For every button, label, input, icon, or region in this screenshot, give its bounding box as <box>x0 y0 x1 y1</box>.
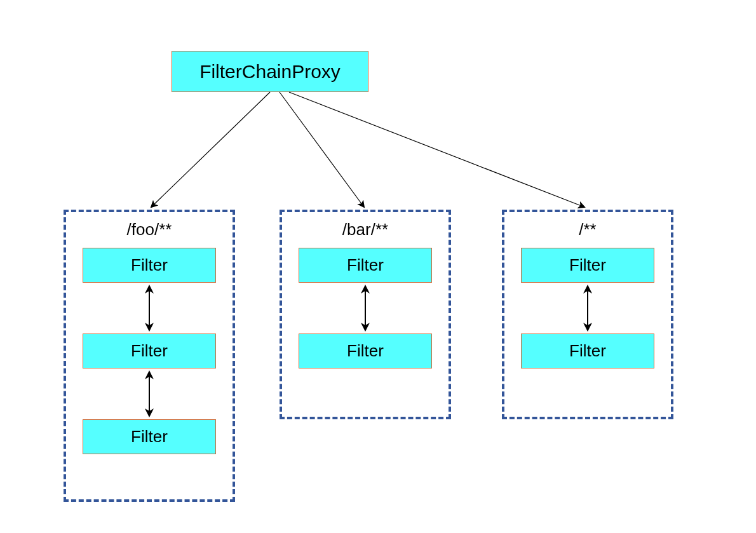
chain-label-bar: /bar/** <box>282 220 449 240</box>
chain-container-bar: /bar/** <box>280 210 451 419</box>
filter-label: Filter <box>569 255 606 275</box>
filter-chain-proxy-box: FilterChainProxy <box>172 51 368 92</box>
filter-box: Filter <box>83 334 216 368</box>
connector-proxy-to-bar <box>280 92 364 207</box>
filter-label: Filter <box>347 255 384 275</box>
filter-box: Filter <box>83 248 216 283</box>
filter-label: Filter <box>131 341 168 361</box>
chain-pattern-text: /bar/** <box>342 220 388 239</box>
chain-pattern-text: /** <box>579 220 596 239</box>
filter-label: Filter <box>131 427 168 447</box>
connector-proxy-to-all <box>289 92 584 207</box>
filter-box: Filter <box>83 419 216 454</box>
chain-container-all: /** <box>502 210 673 419</box>
filter-box: Filter <box>299 334 432 368</box>
chain-label-all: /** <box>504 220 671 240</box>
filter-label: Filter <box>569 341 606 361</box>
connector-proxy-to-foo <box>151 92 270 207</box>
filter-label: Filter <box>131 255 168 275</box>
chain-label-foo: /foo/** <box>66 220 233 240</box>
chain-pattern-text: /foo/** <box>127 220 172 239</box>
filter-chain-proxy-label: FilterChainProxy <box>199 61 341 83</box>
filter-label: Filter <box>347 341 384 361</box>
filter-box: Filter <box>299 248 432 283</box>
filter-box: Filter <box>521 248 654 283</box>
filter-box: Filter <box>521 334 654 368</box>
